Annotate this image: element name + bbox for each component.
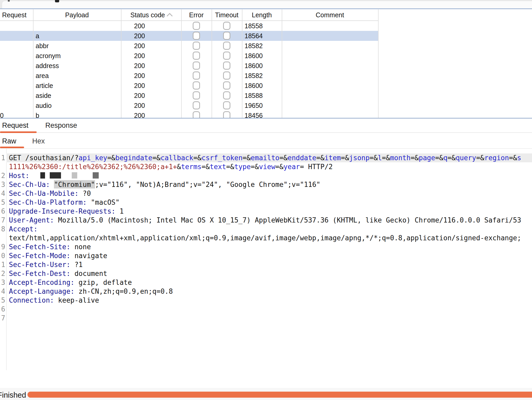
editor-line: 4Accept-Language: zh-CN,zh;q=0.9,en;q=0.…	[0, 287, 532, 296]
column-divider	[121, 9, 121, 118]
line-number: 4	[0, 189, 5, 198]
line-number: 2	[0, 171, 5, 180]
error-checkbox[interactable]	[193, 42, 200, 50]
column-header-error[interactable]: Error	[181, 9, 212, 21]
status-code-label: Status code	[130, 11, 165, 19]
timeout-checkbox[interactable]	[223, 81, 230, 90]
panel-divider-top	[0, 8, 532, 9]
timeout-checkbox[interactable]	[223, 71, 230, 80]
cell-pay: a	[36, 31, 119, 41]
timeout-checkbox[interactable]	[223, 62, 230, 70]
editor-toolbar: ? ← →	[0, 370, 532, 388]
timeout-checkbox[interactable]	[223, 101, 230, 109]
error-checkbox[interactable]	[193, 32, 200, 40]
request-editor[interactable]: 1GET /southasian/?api_key=&begindate=&ca…	[0, 149, 532, 370]
column-divider	[242, 9, 242, 118]
tab-hex[interactable]: Hex	[32, 136, 45, 147]
redaction-block	[72, 172, 77, 179]
table-row[interactable]: audio20019650	[0, 101, 532, 110]
column-header-status-code[interactable]: Status code	[121, 9, 181, 21]
timeout-checkbox[interactable]	[223, 91, 230, 99]
editor-line: 1111%26%2360:/title%26%2362;%26%2360;a+1…	[0, 162, 532, 171]
column-header-timeout[interactable]: Timeout	[212, 9, 242, 21]
timeout-checkbox[interactable]	[223, 22, 230, 30]
cell-len: 18582	[245, 41, 281, 51]
active-tab-underline	[0, 147, 24, 148]
table-row[interactable]: address20018600	[0, 61, 532, 71]
window-chrome-fragment	[0, 0, 532, 8]
line-number: 1	[0, 260, 5, 269]
editor-line: 3Accept-Encoding: gzip, deflate	[0, 278, 532, 287]
cell-req	[0, 81, 31, 91]
column-header-payload[interactable]: Payload	[33, 9, 121, 21]
table-row[interactable]: area20018582	[0, 71, 532, 81]
intruder-attack-window: Request Payload Status code Error Timeou…	[0, 0, 532, 400]
editor-line: 7	[0, 314, 532, 323]
table-row[interactable]: a20018564	[0, 31, 532, 41]
cell-pay: area	[36, 71, 119, 81]
error-checkbox[interactable]	[193, 81, 200, 90]
cell-pay: audio	[36, 101, 119, 110]
editor-lines: 1GET /southasian/?api_key=&begindate=&ca…	[0, 153, 532, 323]
table-row[interactable]: 0b20018456	[0, 110, 532, 118]
table-row[interactable]: abbr20018582	[0, 41, 532, 51]
cell-len: 18558	[245, 21, 281, 31]
line-number: 8	[0, 225, 5, 234]
cell-status: 200	[134, 41, 179, 51]
tab-response[interactable]: Response	[45, 119, 77, 131]
error-checkbox[interactable]	[193, 52, 200, 60]
cell-req	[0, 101, 31, 110]
error-checkbox[interactable]	[193, 101, 200, 109]
timeout-checkbox[interactable]	[223, 32, 230, 40]
tab-raw[interactable]: Raw	[2, 136, 16, 147]
line-number: 4	[0, 287, 5, 296]
column-header-comment[interactable]: Comment	[282, 9, 378, 21]
line-number: 5	[0, 296, 5, 305]
column-header-request[interactable]: Request	[2, 9, 26, 21]
cell-req: 0	[0, 110, 31, 118]
line-number: 1	[0, 153, 5, 162]
line-number: 2	[0, 269, 5, 278]
tab-bar-hairline	[0, 132, 532, 133]
error-checkbox[interactable]	[193, 111, 200, 118]
chrome-icon-fragment	[8, 0, 10, 2]
timeout-checkbox[interactable]	[223, 111, 230, 118]
table-row[interactable]: article20018600	[0, 81, 532, 91]
cell-req	[0, 21, 31, 31]
panel-divider-middle	[0, 118, 532, 119]
chrome-panel-edge	[2, 1, 532, 8]
cell-status: 200	[134, 71, 179, 81]
error-checkbox[interactable]	[193, 91, 200, 99]
table-row[interactable]: aside20018588	[0, 91, 532, 101]
table-row[interactable]: 20018558	[0, 21, 532, 31]
cell-status: 200	[134, 21, 179, 31]
results-table-body: 20018558a20018564abbr20018582acronym2001…	[0, 21, 532, 118]
format-tab-bar: Raw Hex	[0, 134, 532, 149]
timeout-checkbox[interactable]	[223, 52, 230, 60]
error-checkbox[interactable]	[193, 22, 200, 30]
attack-progress-bar	[27, 392, 532, 398]
table-row[interactable]: acronym20018600	[0, 51, 532, 61]
column-header-length[interactable]: Length	[242, 9, 282, 21]
redaction-block	[50, 172, 61, 179]
editor-line: 8Accept:	[0, 225, 532, 234]
cell-status: 200	[134, 61, 179, 71]
cell-req	[0, 71, 31, 81]
error-checkbox[interactable]	[193, 62, 200, 70]
editor-line: 2Host:	[0, 171, 532, 180]
cell-status: 200	[134, 110, 179, 118]
cell-req	[0, 31, 31, 41]
timeout-checkbox[interactable]	[223, 42, 230, 50]
column-divider	[282, 9, 282, 118]
cell-len: 18600	[245, 81, 281, 91]
editor-line: text/html,application/xhtml+xml,applicat…	[0, 234, 532, 242]
cell-len: 18564	[245, 31, 281, 41]
editor-line: 6	[0, 305, 532, 314]
cell-pay	[36, 21, 119, 31]
tab-request[interactable]: Request	[2, 119, 29, 131]
cell-req	[0, 51, 31, 61]
cell-pay: abbr	[36, 41, 119, 51]
cell-status: 200	[134, 31, 179, 41]
cell-pay: b	[36, 110, 119, 118]
error-checkbox[interactable]	[193, 71, 200, 80]
